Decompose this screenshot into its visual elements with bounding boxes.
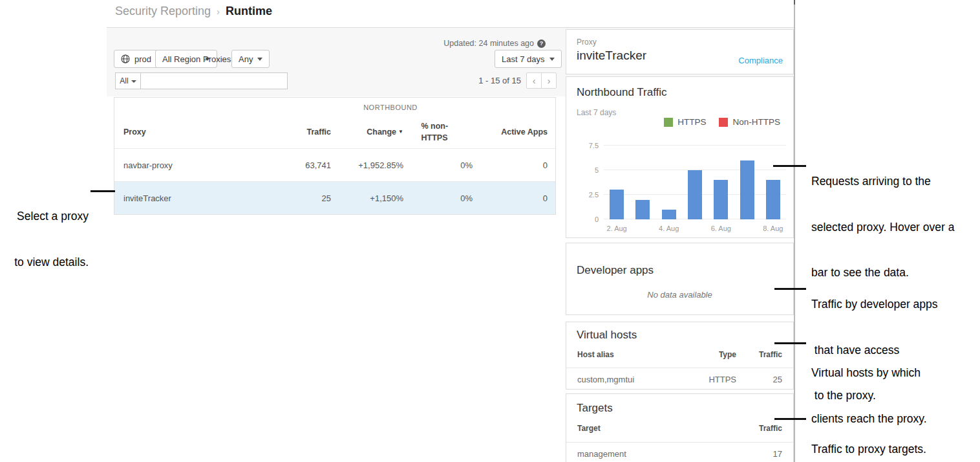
legend-label-https: HTTPS [677,117,706,127]
cell-non-https: 0% [403,160,473,170]
sort-desc-icon: ▼ [398,129,403,135]
column-header-active-apps[interactable]: Active Apps [473,127,548,137]
cell-traffic: 17 [730,449,782,459]
chevron-right-icon: › [548,76,551,86]
page-divider [794,0,795,462]
search-scope-label: All [120,76,128,85]
column-header-type: Type [698,350,736,359]
column-header-traffic: Traffic [730,424,782,433]
chart-bar[interactable] [714,180,728,219]
column-header-host-alias: Host alias [577,350,698,359]
virtual-hosts-header-row: Host alias Type Traffic [566,342,793,368]
cell-proxy: navbar-proxy [123,160,262,170]
table-row[interactable]: navbar-proxy 63,741 +1,952.85% 0% 0 [114,148,555,181]
northbound-group-header: NORTHBOUND [363,104,418,111]
table-header-row: Proxy Traffic Change▼ % non-HTTPS Active… [114,116,555,148]
developer-apps-title: Developer apps [577,264,783,277]
breadcrumb: Security Reporting › Runtime [115,5,272,18]
scrollbar-thumb[interactable] [794,0,795,5]
chart-x-axis: 2. Aug4. Aug6. Aug8. Aug [604,225,786,234]
annotation-connector [773,165,806,167]
targets-title: Targets [577,402,783,415]
column-header-target: Target [577,424,730,433]
compliance-link[interactable]: Compliance [738,56,783,65]
cell-traffic: 25 [262,193,331,203]
search-input[interactable] [140,72,288,89]
chart-bar[interactable] [610,190,624,219]
northbound-traffic-card: Northbound Traffic Last 7 days HTTPS Non… [566,76,794,238]
annotation-connector [774,418,806,420]
target-row[interactable]: management 17 [566,443,793,462]
legend-item-https: HTTPS [664,117,706,127]
pagination-prev-button[interactable]: ‹ [526,72,542,89]
cell-non-https: 0% [403,193,473,203]
column-header-traffic[interactable]: Traffic [262,127,331,137]
updated-status: Updated: 24 minutes ago ? [362,39,546,48]
updated-text: Updated: 24 minutes ago [443,39,534,48]
bar-slot [682,146,708,219]
virtual-host-row[interactable]: custom,mgmtui HTTPS 25 [566,368,793,390]
chart-bar[interactable] [688,170,702,219]
annotation-select-proxy: Select a proxy to view details. [0,179,89,300]
cell-change: +1,952.85% [331,160,403,170]
cell-traffic: 63,741 [262,160,331,170]
chevron-down-icon [549,58,555,61]
any-dropdown[interactable]: Any [231,50,270,68]
breadcrumb-parent[interactable]: Security Reporting [115,5,211,18]
cell-active-apps: 0 [473,193,548,203]
legend-swatch-non-https [719,118,728,127]
y-tick-label: 5 [595,166,599,174]
proxy-detail-card: Proxy inviteTracker Compliance [566,29,794,74]
column-header-change[interactable]: Change▼ [331,127,403,137]
y-tick-label: 7.5 [589,142,599,149]
x-tick-label: 8. Aug [755,225,791,232]
proxies-label-text: Proxies [203,54,231,64]
breadcrumb-separator-icon: › [217,6,220,17]
cell-traffic: 25 [736,375,782,384]
chart-bar[interactable] [635,200,650,219]
screen: Security Reporting › Runtime prod All Re… [0,0,980,462]
chart-subtitle: Last 7 days [577,108,616,117]
chevron-left-icon: ‹ [533,76,536,86]
bar-slot [734,146,760,219]
cell-host-alias: custom,mgmtui [577,375,698,384]
virtual-hosts-card: Virtual hosts Host alias Type Traffic cu… [566,322,794,390]
y-tick-label: 0 [595,215,599,223]
developer-apps-empty-text: No data available [577,290,783,300]
table-group-header-row: NORTHBOUND [114,98,555,116]
y-tick-label: 2.5 [589,191,599,199]
developer-apps-card: Developer apps No data available [566,243,794,315]
cell-active-apps: 0 [473,160,548,170]
help-icon[interactable]: ? [537,39,546,48]
chevron-down-icon [257,58,262,61]
page-title: Runtime [226,5,272,18]
column-header-non-https[interactable]: % non-HTTPS [403,120,473,144]
chart-bar[interactable] [766,180,780,219]
legend-label-non-https: Non-HTTPS [732,117,780,127]
x-tick-label: 2. Aug [599,225,635,232]
legend-swatch-https [664,118,673,127]
column-header-proxy[interactable]: Proxy [123,127,262,137]
chart-bar[interactable] [740,160,754,219]
chart-plot [604,146,786,219]
x-tick-label: 6. Aug [703,225,739,232]
pagination-next-button[interactable]: › [541,72,557,89]
cell-target: management [577,449,730,459]
cell-type: HTTPS [698,375,736,384]
bar-slot [760,146,786,219]
virtual-hosts-title: Virtual hosts [577,329,783,342]
bar-slot [708,146,734,219]
date-range-dropdown[interactable]: Last 7 days [495,50,562,68]
table-row-selected[interactable]: inviteTracker 25 +1,150% 0% 0 [114,181,555,214]
proxy-table: NORTHBOUND Proxy Traffic Change▼ % non-H… [114,97,556,215]
region-label: All Region [162,54,200,64]
cell-change: +1,150% [331,193,403,203]
environment-label: prod [134,54,151,64]
column-header-traffic: Traffic [736,350,782,359]
search-scope-dropdown[interactable]: All [115,72,141,89]
chart-bar[interactable] [662,210,676,219]
targets-card: Targets Target Traffic management 17 [566,393,794,462]
annotation-connector [774,288,806,290]
x-tick-label: 4. Aug [651,225,687,232]
legend-item-non-https: Non-HTTPS [719,117,780,127]
